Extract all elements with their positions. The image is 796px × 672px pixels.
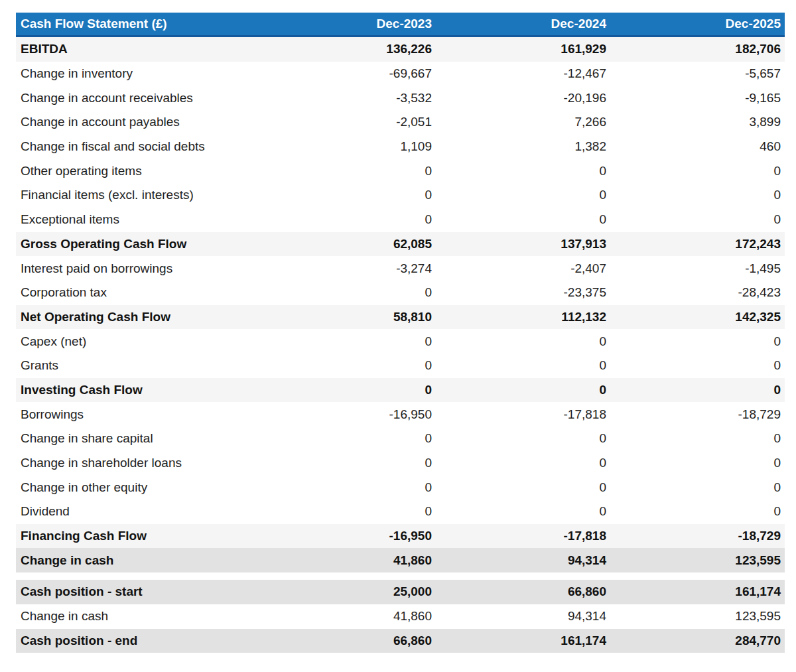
table-header-row: Cash Flow Statement (£) Dec-2023 Dec-202… xyxy=(16,13,785,36)
table-row: Change in fiscal and social debts1,1091,… xyxy=(16,135,785,159)
row-value: 94,314 xyxy=(436,548,610,572)
row-value: 0 xyxy=(610,329,785,354)
row-value: -23,375 xyxy=(436,281,610,305)
row-value: 0 xyxy=(610,500,785,524)
row-value: 460 xyxy=(610,135,785,159)
table-row: Grants000 xyxy=(16,354,785,378)
row-value: 0 xyxy=(261,354,436,378)
row-label: Financial items (excl. interests) xyxy=(16,183,261,208)
row-label: Other operating items xyxy=(16,159,261,183)
row-value: 1,109 xyxy=(261,135,436,159)
row-value: 0 xyxy=(261,208,436,232)
table-row: Financial items (excl. interests)000 xyxy=(16,183,785,208)
table-row: Dividend000 xyxy=(16,500,785,524)
row-value: 0 xyxy=(436,500,610,524)
row-value: -20,196 xyxy=(436,86,610,110)
row-value: 0 xyxy=(610,475,785,500)
column-header-dec-2025: Dec-2025 xyxy=(610,13,785,36)
row-value: 0 xyxy=(610,427,785,451)
row-label: Exceptional items xyxy=(16,208,261,232)
row-value: 0 xyxy=(261,378,436,403)
row-value: 94,314 xyxy=(436,604,610,629)
row-value: 0 xyxy=(436,378,610,403)
table-row: Interest paid on borrowings-3,274-2,407-… xyxy=(16,256,785,281)
row-value: -12,467 xyxy=(436,62,610,86)
row-label: Gross Operating Cash Flow xyxy=(16,232,261,257)
row-label: EBITDA xyxy=(16,36,261,62)
row-value: 0 xyxy=(436,451,610,476)
table-row: Change in inventory-69,667-12,467-5,657 xyxy=(16,62,785,86)
cash-flow-statement-table: Cash Flow Statement (£) Dec-2023 Dec-202… xyxy=(16,13,785,653)
row-value: 0 xyxy=(261,451,436,476)
row-label: Investing Cash Flow xyxy=(16,378,261,403)
row-value: 0 xyxy=(610,354,785,378)
table-row: Borrowings-16,950-17,818-18,729 xyxy=(16,402,785,427)
table-row: Change in share capital000 xyxy=(16,427,785,451)
row-value: 0 xyxy=(610,208,785,232)
row-value: 161,174 xyxy=(436,629,610,653)
row-value: 136,226 xyxy=(261,36,436,62)
row-value: -17,818 xyxy=(436,402,610,427)
row-value: 0 xyxy=(610,159,785,183)
row-label: Change in account receivables xyxy=(16,86,261,110)
row-value: 0 xyxy=(261,281,436,305)
row-value: 0 xyxy=(436,183,610,208)
table-row: Change in account payables-2,0517,2663,8… xyxy=(16,110,785,135)
row-label: Cash position - end xyxy=(16,629,261,653)
table-row: Cash position - end66,860161,174284,770 xyxy=(16,629,785,653)
row-value: 41,860 xyxy=(261,604,436,629)
table-row: Investing Cash Flow000 xyxy=(16,378,785,403)
row-value: -1,495 xyxy=(610,256,785,281)
row-label: Interest paid on borrowings xyxy=(16,256,261,281)
row-value: 25,000 xyxy=(261,580,436,604)
row-label: Change in fiscal and social debts xyxy=(16,135,261,159)
row-value: 0 xyxy=(261,475,436,500)
row-value: 1,382 xyxy=(436,135,610,159)
table-row: EBITDA136,226161,929182,706 xyxy=(16,36,785,62)
row-value: 182,706 xyxy=(610,36,785,62)
row-value: 284,770 xyxy=(610,629,785,653)
row-label: Dividend xyxy=(16,500,261,524)
row-value: 66,860 xyxy=(436,580,610,604)
row-label: Change in inventory xyxy=(16,62,261,86)
row-label: Corporation tax xyxy=(16,281,261,305)
row-label: Change in shareholder loans xyxy=(16,451,261,476)
row-value: -18,729 xyxy=(610,402,785,427)
row-value: -18,729 xyxy=(610,524,785,549)
row-value: -3,274 xyxy=(261,256,436,281)
row-value: 123,595 xyxy=(610,548,785,572)
row-value: -16,950 xyxy=(261,402,436,427)
row-value: 137,913 xyxy=(436,232,610,257)
row-value: 172,243 xyxy=(610,232,785,257)
row-value: 123,595 xyxy=(610,604,785,629)
row-label: Change in cash xyxy=(16,604,261,629)
row-value: 0 xyxy=(436,354,610,378)
row-value: 0 xyxy=(436,329,610,354)
row-value: -17,818 xyxy=(436,524,610,549)
row-value: -3,532 xyxy=(261,86,436,110)
row-value: 0 xyxy=(261,329,436,354)
row-value: -16,950 xyxy=(261,524,436,549)
row-label: Financing Cash Flow xyxy=(16,524,261,549)
row-value: -5,657 xyxy=(610,62,785,86)
table-row: Change in account receivables-3,532-20,1… xyxy=(16,86,785,110)
table-row: Capex (net)000 xyxy=(16,329,785,354)
table-row: Cash position - start25,00066,860161,174 xyxy=(16,580,785,604)
table-row: Corporation tax0-23,375-28,423 xyxy=(16,281,785,305)
main-table: Cash Flow Statement (£) Dec-2023 Dec-202… xyxy=(16,13,785,572)
row-value: 3,899 xyxy=(610,110,785,135)
row-value: -2,407 xyxy=(436,256,610,281)
row-label: Change in account payables xyxy=(16,110,261,135)
table-row: Net Operating Cash Flow58,810112,132142,… xyxy=(16,305,785,330)
row-label: Capex (net) xyxy=(16,329,261,354)
row-label: Change in other equity xyxy=(16,475,261,500)
row-value: 0 xyxy=(610,183,785,208)
table-title: Cash Flow Statement (£) xyxy=(16,13,261,36)
row-value: 0 xyxy=(261,427,436,451)
row-value: 0 xyxy=(436,427,610,451)
row-value: 7,266 xyxy=(436,110,610,135)
row-value: 66,860 xyxy=(261,629,436,653)
table-row: Change in cash41,86094,314123,595 xyxy=(16,548,785,572)
row-value: -28,423 xyxy=(610,281,785,305)
table-row: Financing Cash Flow-16,950-17,818-18,729 xyxy=(16,524,785,549)
